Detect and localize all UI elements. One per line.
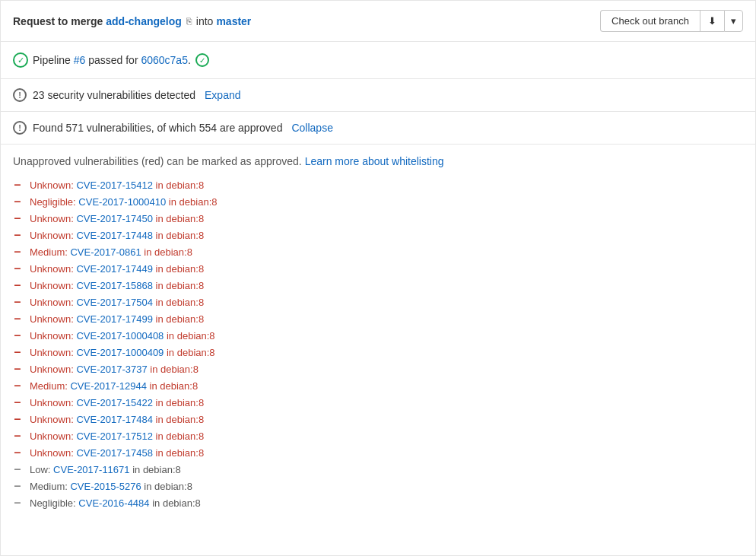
vuln-text: Unknown: CVE-2017-1000409 in debian:8 — [30, 347, 215, 358]
vuln-text: Low: CVE-2017-11671 in debian:8 — [30, 464, 181, 475]
pipeline-check-small: ✓ — [195, 53, 209, 67]
cve-link[interactable]: CVE-2017-17504 — [76, 297, 152, 308]
cve-link[interactable]: CVE-2016-4484 — [78, 497, 149, 509]
dropdown-button[interactable]: ▾ — [724, 10, 743, 32]
cve-link[interactable]: CVE-2017-3737 — [76, 364, 147, 375]
list-item: – Medium: CVE-2015-5276 in debian:8 — [13, 478, 743, 494]
list-item: – Negligible: CVE-2016-4484 in debian:8 — [13, 494, 743, 511]
security-vulnerabilities-section: ! 23 security vulnerabilities detected E… — [1, 79, 755, 112]
list-item: – Unknown: CVE-2017-15868 in debian:8 — [13, 277, 743, 294]
list-item: – Unknown: CVE-2017-15412 in debian:8 — [13, 176, 743, 193]
severity-dash: – — [13, 396, 22, 408]
expand-link[interactable]: Expand — [205, 89, 240, 101]
severity-dash: – — [13, 179, 22, 191]
severity-dash: – — [13, 296, 22, 308]
list-item: – Medium: CVE-2017-12944 in debian:8 — [13, 377, 743, 394]
merge-request-label: Request to merge — [13, 15, 103, 27]
vuln-text: Unknown: CVE-2017-15412 in debian:8 — [30, 180, 204, 191]
pipeline-text: Pipeline #6 passed for 6060c7a5. — [33, 54, 191, 66]
severity-dash: – — [13, 279, 22, 291]
cve-link[interactable]: CVE-2017-15868 — [76, 280, 152, 291]
severity-dash: – — [13, 262, 22, 275]
cve-link[interactable]: CVE-2017-17484 — [76, 414, 152, 425]
severity-dash: – — [13, 446, 22, 459]
commit-link[interactable]: 6060c7a5 — [141, 54, 188, 66]
vuln-text: Medium: CVE-2015-5276 in debian:8 — [30, 481, 192, 492]
list-item: – Unknown: CVE-2017-15422 in debian:8 — [13, 394, 743, 411]
cve-link[interactable]: CVE-2015-5276 — [70, 481, 141, 492]
vuln-text: Unknown: CVE-2017-17448 in debian:8 — [30, 230, 204, 241]
vuln-text: Unknown: CVE-2017-1000408 in debian:8 — [30, 330, 215, 342]
vuln-text: Unknown: CVE-2017-15868 in debian:8 — [30, 280, 204, 291]
list-item: – Unknown: CVE-2017-17449 in debian:8 — [13, 260, 743, 277]
cve-link[interactable]: CVE-2017-17450 — [76, 213, 152, 224]
cve-link[interactable]: CVE-2017-17512 — [76, 431, 152, 442]
found-vuln-text: Found 571 vulnerabilities, of which 554 … — [33, 122, 282, 134]
list-item: – Low: CVE-2017-11671 in debian:8 — [13, 461, 743, 478]
vuln-text: Unknown: CVE-2017-15422 in debian:8 — [30, 397, 204, 408]
severity-dash: – — [13, 463, 22, 475]
header-title: Request to merge add-changelog ⎘ into ma… — [13, 15, 251, 27]
severity-dash: – — [13, 363, 22, 375]
header-actions: Check out branch ⬇ ▾ — [600, 10, 743, 32]
severity-dash: – — [13, 195, 22, 208]
list-item: – Unknown: CVE-2017-1000409 in debian:8 — [13, 344, 743, 361]
list-item: – Unknown: CVE-2017-17504 in debian:8 — [13, 294, 743, 310]
vulnerability-list: – Unknown: CVE-2017-15412 in debian:8 – … — [13, 176, 743, 511]
vuln-text: Unknown: CVE-2017-17499 in debian:8 — [30, 313, 204, 325]
whitelisting-link[interactable]: Learn more about whitelisting — [305, 155, 444, 167]
severity-dash: – — [13, 212, 22, 224]
list-item: – Unknown: CVE-2017-1000408 in debian:8 — [13, 327, 743, 344]
vuln-text: Negligible: CVE-2017-1000410 in debian:8 — [30, 196, 217, 208]
pipeline-success-icon: ✓ — [13, 52, 28, 68]
vuln-text: Unknown: CVE-2017-17450 in debian:8 — [30, 213, 204, 224]
list-item: – Medium: CVE-2017-0861 in debian:8 — [13, 243, 743, 260]
pipeline-link[interactable]: #6 — [74, 54, 86, 66]
cve-link[interactable]: CVE-2017-1000408 — [76, 330, 164, 342]
cve-link[interactable]: CVE-2017-1000409 — [76, 347, 164, 358]
severity-dash: – — [13, 413, 22, 425]
pipeline-section: ✓ Pipeline #6 passed for 6060c7a5. ✓ — [1, 42, 755, 79]
found-info-icon: ! — [13, 121, 27, 135]
severity-dash: – — [13, 329, 22, 342]
vuln-text: Medium: CVE-2017-0861 in debian:8 — [30, 246, 192, 258]
cve-link[interactable]: CVE-2017-11671 — [53, 464, 129, 475]
severity-dash: – — [13, 346, 22, 358]
list-item: – Unknown: CVE-2017-17448 in debian:8 — [13, 227, 743, 243]
cve-link[interactable]: CVE-2017-1000410 — [78, 196, 166, 208]
list-item: – Unknown: CVE-2017-3737 in debian:8 — [13, 361, 743, 377]
merge-request-header: Request to merge add-changelog ⎘ into ma… — [1, 1, 755, 42]
cve-link[interactable]: CVE-2017-17458 — [76, 447, 152, 459]
info-icon: ! — [13, 88, 27, 102]
list-item: – Unknown: CVE-2017-17458 in debian:8 — [13, 444, 743, 461]
severity-dash: – — [13, 246, 22, 258]
cve-link[interactable]: CVE-2017-15422 — [76, 397, 152, 408]
target-branch-link[interactable]: master — [216, 15, 251, 27]
collapse-link[interactable]: Collapse — [291, 122, 332, 134]
vuln-text: Unknown: CVE-2017-17484 in debian:8 — [30, 414, 204, 425]
severity-dash: – — [13, 497, 22, 509]
vuln-text: Unknown: CVE-2017-17449 in debian:8 — [30, 263, 204, 275]
download-button[interactable]: ⬇ — [700, 10, 724, 32]
whitelist-note: Unapproved vulnerabilities (red) can be … — [13, 155, 743, 167]
cve-link[interactable]: CVE-2017-12944 — [70, 380, 146, 392]
vuln-text: Unknown: CVE-2017-17458 in debian:8 — [30, 447, 204, 459]
cve-link[interactable]: CVE-2017-17499 — [76, 313, 152, 325]
cve-link[interactable]: CVE-2017-17449 — [76, 263, 152, 275]
vuln-text: Unknown: CVE-2017-17512 in debian:8 — [30, 431, 204, 442]
into-label: into — [196, 15, 214, 27]
security-count: 23 security vulnerabilities detected — [33, 89, 195, 101]
checkout-branch-button[interactable]: Check out branch — [600, 10, 700, 32]
vuln-text: Medium: CVE-2017-12944 in debian:8 — [30, 380, 198, 392]
main-content: Unapproved vulnerabilities (red) can be … — [1, 145, 755, 522]
copy-icon[interactable]: ⎘ — [186, 16, 192, 27]
cve-link[interactable]: CVE-2017-17448 — [76, 230, 152, 241]
list-item: – Negligible: CVE-2017-1000410 in debian… — [13, 193, 743, 210]
source-branch-link[interactable]: add-changelog — [106, 15, 182, 27]
severity-dash: – — [13, 380, 22, 392]
cve-link[interactable]: CVE-2017-15412 — [76, 180, 152, 191]
list-item: – Unknown: CVE-2017-17499 in debian:8 — [13, 310, 743, 327]
vuln-text: Unknown: CVE-2017-17504 in debian:8 — [30, 297, 204, 308]
vuln-text: Unknown: CVE-2017-3737 in debian:8 — [30, 364, 199, 375]
cve-link[interactable]: CVE-2017-0861 — [70, 246, 141, 258]
